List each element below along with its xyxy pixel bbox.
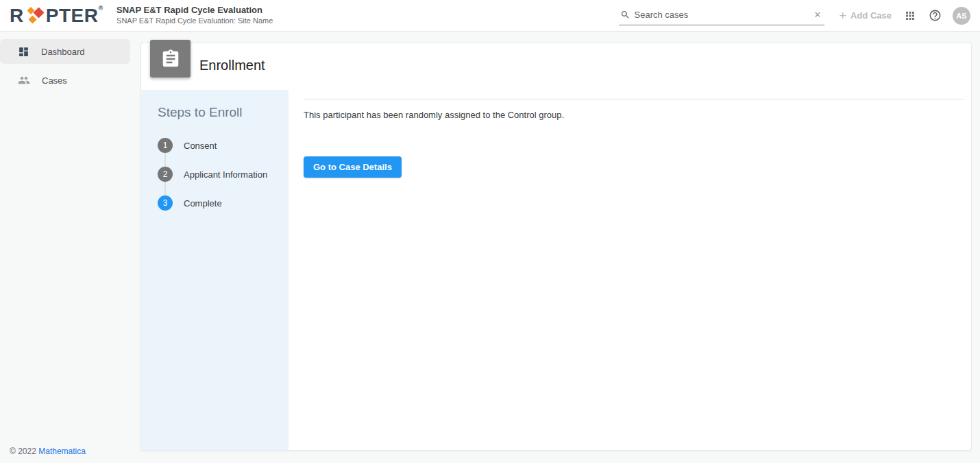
step-label: Consent [184,141,217,151]
step-content: This participant has been randomly assig… [289,90,971,450]
search-input[interactable] [635,10,809,20]
step-label: Complete [184,198,222,209]
page-title: Enrollment [199,58,971,73]
page-badge [150,40,191,78]
copyright-text: © 2022 [10,447,36,456]
top-header: R PTER ® SNAP E&T Rapid Cycle Evaluation… [0,0,980,32]
app-title-block: SNAP E&T Rapid Cycle Evaluation SNAP E&T… [117,5,273,26]
sidebar-item-dashboard[interactable]: Dashboard [0,39,130,64]
step-number-badge: 2 [158,167,173,182]
clipboard-icon [160,49,181,69]
enrollment-card: Enrollment Steps to Enroll 1 Consent 2 A… [140,43,972,451]
apps-grid-button[interactable] [904,10,916,22]
sidebar-item-cases[interactable]: Cases [0,68,130,93]
user-avatar[interactable]: AS [953,7,970,25]
mathematica-link[interactable]: Mathematica [38,447,86,456]
sidebar-item-label: Cases [42,75,67,86]
card-header: Enrollment [141,43,971,90]
step-applicant-information[interactable]: 2 Applicant Information [158,167,278,182]
help-button[interactable] [929,9,942,22]
content-divider [304,99,964,99]
assignment-message: This participant has been randomly assig… [304,110,964,120]
steps-heading: Steps to Enroll [158,105,278,120]
app-title: SNAP E&T Rapid Cycle Evaluation [117,5,273,16]
steps-panel: Steps to Enroll 1 Consent 2 Applicant In… [141,90,289,450]
step-consent[interactable]: 1 Consent [158,138,278,153]
app-subtitle: SNAP E&T Rapid Cycle Evaluation: Site Na… [117,16,273,25]
search-icon [620,10,630,20]
logo-text-pter: PTER [46,6,99,25]
rapter-logo: R PTER ® [10,4,103,27]
step-number-badge: 3 [158,195,173,211]
apps-grid-icon [904,10,916,22]
search-clear-icon[interactable]: ✕ [813,10,823,20]
sidebar: Dashboard Cases © 2022 Mathematica [0,32,130,463]
add-case-label: Add Case [850,10,892,21]
logo-text-r: R [10,6,24,25]
card-body: Steps to Enroll 1 Consent 2 Applicant In… [141,90,971,450]
registered-trademark: ® [98,5,103,12]
sidebar-item-label: Dashboard [41,47,85,57]
step-complete[interactable]: 3 Complete [158,195,278,211]
plus-icon: + [840,10,847,22]
step-number-badge: 1 [158,138,173,153]
search-box[interactable]: ✕ [619,6,824,25]
people-icon [18,74,30,86]
help-icon [929,9,942,22]
go-to-case-details-button[interactable]: Go to Case Details [304,156,402,178]
diamond-logo-icon [25,5,45,27]
step-label: Applicant Information [184,169,267,180]
copyright-footer: © 2022 Mathematica [10,447,86,456]
steps-list: 1 Consent 2 Applicant Information 3 Comp… [158,138,278,211]
dashboard-icon [18,46,29,58]
add-case-button[interactable]: + Add Case [840,10,892,22]
